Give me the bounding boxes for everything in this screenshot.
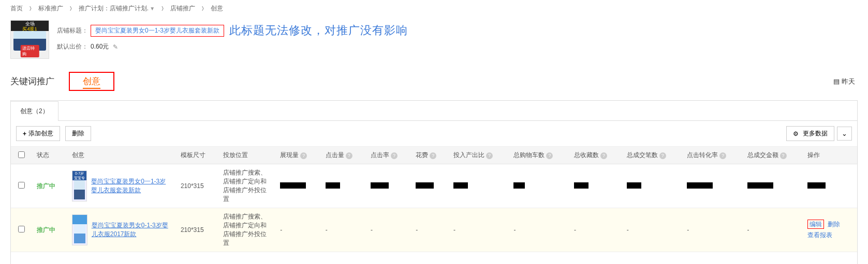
col-cost: 花费?: [410, 147, 448, 164]
cell-ctr: -: [365, 208, 410, 252]
section-tabs: 关键词推广 创意 ▤昨天: [0, 72, 868, 91]
edit-icon[interactable]: ✎: [113, 43, 118, 51]
add-creative-button[interactable]: +添加创意: [16, 126, 60, 141]
chevron-right-icon: ❭: [28, 5, 32, 12]
status-badge: 推广中: [37, 226, 55, 234]
col-size: 模板尺寸: [175, 147, 218, 164]
help-icon[interactable]: ?: [659, 152, 666, 159]
col-cart: 总购物车数?: [508, 147, 568, 164]
date-selector[interactable]: ▤昨天: [833, 77, 855, 86]
cell-cost: -: [410, 208, 448, 252]
cell-size: 210*315: [175, 208, 218, 252]
edit-link[interactable]: 编辑: [807, 220, 824, 229]
cell-ops: [802, 164, 857, 208]
select-all-checkbox[interactable]: [18, 151, 25, 158]
bc-shop[interactable]: 店铺推广: [170, 5, 195, 12]
cell-cart: [508, 164, 568, 208]
cell-cvr: [682, 164, 742, 208]
creative-thumbnail[interactable]: 0-7岁宝宝专场: [72, 170, 87, 201]
col-cvr: 点击转化率?: [682, 147, 742, 164]
card-tab-count[interactable]: 创意（2）: [10, 101, 58, 121]
cell-position: 店铺推广搜索、店铺推广定向和店铺推广外投位置: [218, 164, 275, 208]
calendar-icon: ▤: [833, 77, 840, 85]
help-icon[interactable]: ?: [600, 152, 607, 159]
tab-creative[interactable]: 创意: [83, 76, 100, 89]
col-gmv: 总成交金额?: [742, 147, 802, 164]
creative-title-link[interactable]: 婴尚宝宝夏装男女0-1-3岁婴儿衣服2017新款: [92, 221, 170, 239]
creative-card: 创意（2） +添加创意 删除 更多数据 ⌄ 状态 创意 模板尺寸 投放位置 展现…: [10, 100, 858, 264]
cell-deals: -: [622, 208, 682, 252]
cell-ops: 编辑 删除 查看报表: [802, 208, 857, 252]
cell-cost: [410, 164, 448, 208]
help-icon[interactable]: ?: [719, 152, 726, 159]
col-roi: 投入产出比?: [448, 147, 508, 164]
cell-clicks: [320, 164, 365, 208]
toolbar: +添加创意 删除 更多数据 ⌄: [11, 121, 857, 147]
creative-thumbnail[interactable]: [72, 214, 87, 245]
cell-size: 210*315: [175, 164, 218, 208]
cell-roi: [448, 164, 508, 208]
col-status: 状态: [32, 147, 67, 164]
cell-position: 店铺推广搜索、店铺推广定向和店铺推广外投位置: [218, 208, 275, 252]
data-table: 状态 创意 模板尺寸 投放位置 展现量? 点击量? 点击率? 花费? 投入产出比…: [11, 147, 857, 252]
more-data-button[interactable]: 更多数据: [786, 126, 834, 141]
col-ops: 操作: [802, 147, 857, 164]
cell-deals: [622, 164, 682, 208]
cell-clicks: -: [320, 208, 365, 252]
cell-roi: -: [448, 208, 508, 252]
creative-title-link[interactable]: 婴尚宝宝夏装男女0一1-3岁婴儿衣服套装新款: [91, 177, 170, 195]
cell-ctr: [365, 164, 410, 208]
cell-impressions: -: [275, 208, 320, 252]
help-icon[interactable]: ?: [391, 152, 398, 159]
bc-plan-name[interactable]: 店铺推广计划.: [110, 5, 149, 12]
status-badge: 推广中: [37, 182, 55, 190]
plus-icon: +: [23, 130, 26, 137]
chevron-right-icon: ❭: [201, 5, 204, 12]
col-creative: 创意: [67, 147, 175, 164]
cell-fav: -: [569, 208, 622, 252]
row-checkbox[interactable]: [18, 226, 25, 232]
cell-cvr: -: [682, 208, 742, 252]
col-ctr: 点击率?: [365, 147, 410, 164]
default-bid-label: 默认出价：: [57, 42, 88, 51]
table-row: 推广中 0-7岁宝宝专场 婴尚宝宝夏装男女0一1-3岁婴儿衣服套装新款 210*…: [11, 164, 857, 208]
delete-button[interactable]: 删除: [65, 126, 91, 141]
col-deals: 总成交笔数?: [622, 147, 682, 164]
help-icon[interactable]: ?: [780, 152, 787, 159]
cell-fav: [569, 164, 622, 208]
help-icon[interactable]: ?: [486, 152, 493, 159]
cell-cart: -: [508, 208, 568, 252]
col-fav: 总收藏数?: [569, 147, 622, 164]
help-icon[interactable]: ?: [546, 152, 553, 159]
col-impressions: 展现量?: [275, 147, 320, 164]
bc-standard[interactable]: 标准推广: [38, 5, 63, 12]
chevron-right-icon: ❭: [160, 5, 164, 12]
row-checkbox[interactable]: [18, 182, 25, 189]
cell-gmv: -: [742, 208, 802, 252]
chevron-right-icon: ❭: [69, 5, 72, 12]
product-thumbnail[interactable]: 全场 买4退1 进店特购: [10, 20, 49, 59]
caret-down-icon[interactable]: ▼: [150, 6, 155, 11]
header-section: 全场 买4退1 进店特购 店铺标题： 婴尚宝宝夏装男女0一1-3岁婴儿衣服套装新…: [0, 15, 868, 67]
breadcrumb: 首页 ❭ 标准推广 ❭ 推广计划：店铺推广计划.▼ ❭ 店铺推广 ❭ 创意: [0, 0, 868, 15]
help-icon[interactable]: ?: [430, 152, 436, 159]
help-icon[interactable]: ?: [346, 152, 352, 159]
thumb-cta: 进店特购: [20, 45, 39, 57]
title-note: 此标题无法修改，对推广没有影响: [229, 23, 408, 38]
cell-gmv: [742, 164, 802, 208]
col-clicks: 点击量?: [320, 147, 365, 164]
table-row: 推广中 婴尚宝宝夏装男女0-1-3岁婴儿衣服2017新款 210*315 店铺推…: [11, 208, 857, 252]
bc-home[interactable]: 首页: [10, 5, 23, 12]
bc-plan-label: 推广计划：: [79, 5, 110, 12]
report-link[interactable]: 查看报表: [807, 231, 832, 239]
shop-title-label: 店铺标题：: [57, 26, 88, 35]
expand-button[interactable]: ⌄: [837, 127, 852, 141]
tab-creative-highlight: 创意: [69, 72, 114, 91]
tab-keyword[interactable]: 关键词推广: [10, 73, 60, 90]
cell-impressions: [275, 164, 320, 208]
delete-link[interactable]: 删除: [828, 221, 840, 228]
chevron-down-icon: ⌄: [842, 130, 847, 137]
help-icon[interactable]: ?: [300, 152, 307, 159]
shop-title-value: 婴尚宝宝夏装男女0一1-3岁婴儿衣服套装新款: [91, 25, 224, 37]
thumb-badge: 全场 买4退1: [11, 21, 49, 31]
